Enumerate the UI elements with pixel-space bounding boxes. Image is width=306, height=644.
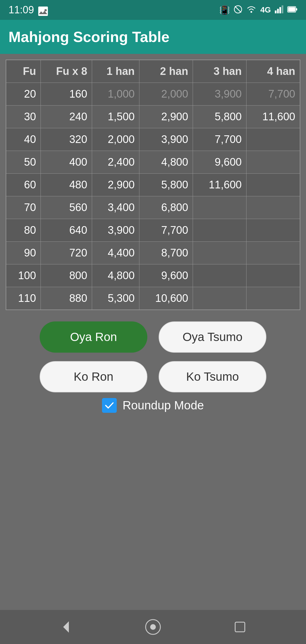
scoring-table: Fu Fu x 8 1 han 2 han 3 han 4 han 201601… — [6, 60, 300, 310]
cell-r1-c4: 5,800 — [193, 106, 246, 128]
cell-r5-c0: 70 — [6, 196, 41, 219]
cell-r8-c5 — [246, 264, 300, 287]
cell-r0-c3: 2,000 — [139, 83, 193, 106]
svg-line-4 — [235, 6, 241, 12]
cell-r6-c0: 80 — [6, 219, 41, 242]
cell-r0-c2: 1,000 — [92, 83, 139, 106]
battery-icon — [287, 5, 298, 14]
cell-r4-c2: 2,900 — [92, 174, 139, 196]
home-button[interactable] — [142, 616, 164, 638]
svg-rect-16 — [235, 622, 245, 632]
cell-r7-c5 — [246, 242, 300, 264]
svg-marker-13 — [63, 621, 69, 633]
table-row[interactable]: 806403,9007,700 — [6, 219, 300, 242]
cell-r0-c1: 160 — [41, 83, 92, 106]
status-bar: 11:09 📳 4G — [0, 0, 306, 20]
cell-r0-c4: 3,900 — [193, 83, 246, 106]
oya-ron-button[interactable]: Oya Ron — [40, 321, 147, 353]
cell-r1-c5: 11,600 — [246, 106, 300, 128]
cell-r0-c0: 20 — [6, 83, 41, 106]
cell-r7-c4 — [193, 242, 246, 264]
col-2han: 2 han — [139, 60, 193, 83]
table-row[interactable]: 201601,0002,0003,9007,700 — [6, 83, 300, 106]
cell-r2-c4: 7,700 — [193, 128, 246, 151]
roundup-container: Roundup Mode — [6, 398, 300, 413]
cell-r3-c4: 9,600 — [193, 151, 246, 174]
cell-r4-c1: 480 — [41, 174, 92, 196]
network-label: 4G — [260, 5, 271, 14]
cell-r7-c3: 8,700 — [139, 242, 193, 264]
cell-r9-c5 — [246, 287, 300, 310]
svg-rect-6 — [275, 10, 277, 13]
main-content: Fu Fu x 8 1 han 2 han 3 han 4 han 201601… — [0, 54, 306, 418]
cell-r7-c2: 4,400 — [92, 242, 139, 264]
cell-r9-c3: 10,600 — [139, 287, 193, 310]
table-row[interactable]: 907204,4008,700 — [6, 242, 300, 264]
oya-tsumo-button[interactable]: Oya Tsumo — [159, 321, 266, 353]
cell-r1-c2: 1,500 — [92, 106, 139, 128]
table-row[interactable]: 1008004,8009,600 — [6, 264, 300, 287]
app-header: Mahjong Scoring Table — [0, 20, 306, 54]
signal-icon — [275, 5, 283, 14]
cell-r8-c0: 100 — [6, 264, 41, 287]
table-row[interactable]: 504002,4004,8009,600 — [6, 151, 300, 174]
button-row-1: Oya Ron Oya Tsumo — [40, 321, 266, 353]
table-row[interactable]: 705603,4006,800 — [6, 196, 300, 219]
ko-ron-button[interactable]: Ko Ron — [40, 361, 147, 392]
cell-r4-c5 — [246, 174, 300, 196]
recents-button[interactable] — [229, 616, 251, 638]
cell-r1-c3: 2,900 — [139, 106, 193, 128]
cell-r0-c5: 7,700 — [246, 83, 300, 106]
cell-r8-c4 — [193, 264, 246, 287]
buttons-area: Oya Ron Oya Tsumo Ko Ron Ko Tsumo — [6, 321, 300, 392]
back-button[interactable] — [55, 616, 77, 638]
cell-r6-c3: 7,700 — [139, 219, 193, 242]
cell-r7-c0: 90 — [6, 242, 41, 264]
table-row[interactable]: 1108805,30010,600 — [6, 287, 300, 310]
roundup-checkbox[interactable] — [102, 398, 117, 413]
svg-rect-0 — [38, 8, 48, 16]
cell-r5-c4 — [193, 196, 246, 219]
svg-point-5 — [250, 11, 252, 13]
cell-r1-c0: 30 — [6, 106, 41, 128]
col-fux8: Fu x 8 — [41, 60, 92, 83]
cell-r9-c1: 880 — [41, 287, 92, 310]
vibrate-icon: 📳 — [219, 5, 230, 15]
table-row[interactable]: 604802,9005,80011,600 — [6, 174, 300, 196]
cell-r6-c4 — [193, 219, 246, 242]
svg-rect-8 — [279, 7, 281, 13]
nav-bar — [0, 610, 306, 644]
col-fu: Fu — [6, 60, 41, 83]
cell-r5-c5 — [246, 196, 300, 219]
cell-r8-c3: 9,600 — [139, 264, 193, 287]
svg-point-2 — [44, 9, 47, 11]
cell-r2-c5 — [246, 128, 300, 151]
cell-r4-c4: 11,600 — [193, 174, 246, 196]
cell-r2-c1: 320 — [41, 128, 92, 151]
cell-r9-c2: 5,300 — [92, 287, 139, 310]
cell-r3-c2: 2,400 — [92, 151, 139, 174]
cell-r7-c1: 720 — [41, 242, 92, 264]
cell-r5-c1: 560 — [41, 196, 92, 219]
cell-r6-c1: 640 — [41, 219, 92, 242]
svg-rect-9 — [282, 5, 283, 13]
cell-r2-c3: 3,900 — [139, 128, 193, 151]
cell-r2-c0: 40 — [6, 128, 41, 151]
cell-r3-c0: 50 — [6, 151, 41, 174]
ko-tsumo-button[interactable]: Ko Tsumo — [159, 361, 266, 392]
cell-r8-c1: 800 — [41, 264, 92, 287]
cell-r8-c2: 4,800 — [92, 264, 139, 287]
table-row[interactable]: 302401,5002,9005,80011,600 — [6, 106, 300, 128]
cell-r4-c0: 60 — [6, 174, 41, 196]
dnd-icon — [234, 5, 242, 15]
svg-rect-12 — [288, 7, 295, 12]
cell-r3-c1: 400 — [41, 151, 92, 174]
svg-point-15 — [150, 624, 156, 630]
roundup-label: Roundup Mode — [122, 399, 204, 412]
status-icons: 📳 4G — [219, 5, 298, 15]
table-row[interactable]: 403202,0003,9007,700 — [6, 128, 300, 151]
cell-r3-c3: 4,800 — [139, 151, 193, 174]
time-label: 11:09 — [8, 4, 34, 16]
cell-r9-c4 — [193, 287, 246, 310]
image-icon — [38, 7, 48, 14]
